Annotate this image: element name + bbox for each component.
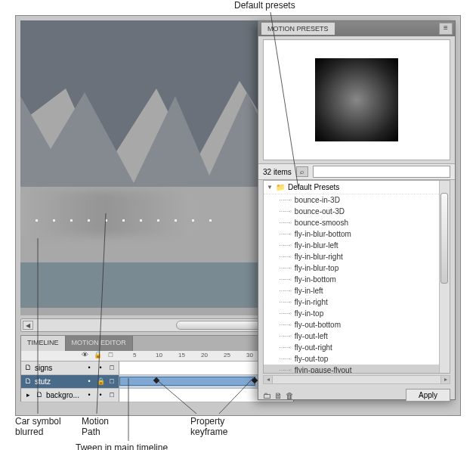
callout-motion-path: Motion Path: [82, 416, 109, 437]
list-scroll-thumb[interactable]: [440, 193, 448, 284]
list-h-scrollbar[interactable]: ◂ ▸: [263, 375, 450, 384]
preset-label: flyin-pause-flyout: [295, 366, 352, 374]
preset-icon: ⋯⋯◦: [279, 367, 291, 374]
preset-label: bounce-out-3D: [295, 207, 345, 216]
preset-item[interactable]: ⋯⋯◦flyin-pause-flyout: [264, 365, 450, 374]
preset-icon: ⋯⋯◦: [279, 219, 291, 226]
preset-icon: ⋯⋯◦: [279, 242, 291, 249]
search-input[interactable]: [313, 166, 450, 178]
preset-item[interactable]: ⋯⋯◦fly-out-bottom: [264, 319, 450, 331]
search-row: 32 items ⌕: [258, 163, 455, 180]
timeline-header: 👁 🔒 □ 5 10 15 20 25 30 35: [21, 351, 293, 362]
svg-marker-1: [20, 92, 285, 187]
preset-item[interactable]: ⋯⋯◦fly-out-top: [264, 353, 450, 365]
callout-tween: Tween in main timeline: [76, 442, 168, 450]
layer-name: backgro...: [46, 391, 79, 399]
layer-icon: 🗋: [23, 377, 32, 386]
app-frame: ◀ ▶ TIMELINE MOTION EDITOR 👁 🔒 □ 5 10 15…: [15, 15, 461, 416]
layer-name: signs: [35, 364, 52, 372]
folder-default-presets[interactable]: ▼ 📁 Default Presets: [264, 181, 450, 194]
outline-icon[interactable]: □: [107, 351, 115, 359]
tab-timeline[interactable]: TIMELINE: [21, 336, 66, 351]
delete-icon[interactable]: 🗑: [286, 391, 294, 400]
preset-icon: ⋯⋯◦: [279, 197, 291, 203]
layer-row-background[interactable]: ▸ 🗋 backgro... • • □: [21, 389, 293, 402]
dot-icon[interactable]: •: [96, 364, 105, 373]
callout-prop-kf: Property keyframe: [190, 416, 227, 437]
preview-graphic: [315, 58, 398, 141]
tab-motion-editor[interactable]: MOTION EDITOR: [66, 336, 133, 351]
preset-item[interactable]: ⋯⋯◦fly-in-blur-bottom: [264, 228, 450, 240]
preset-item[interactable]: ⋯⋯◦fly-out-right: [264, 342, 450, 353]
folder-expand-icon[interactable]: ▸: [23, 391, 32, 400]
dot-icon[interactable]: •: [85, 364, 94, 373]
new-folder-icon[interactable]: 🗀: [263, 391, 271, 400]
preset-icon: ⋯⋯◦: [279, 231, 291, 237]
callout-default-presets: Default presets: [234, 0, 295, 11]
preset-icon: ⋯⋯◦: [279, 287, 291, 294]
motion-presets-panel: MOTION PRESETS ≡ 32 items ⌕ ▼ 📁 Default …: [258, 20, 456, 400]
preset-label: bounce-in-3D: [295, 196, 340, 204]
preset-icon: ⋯⋯◦: [279, 276, 291, 283]
preset-item[interactable]: ⋯⋯◦bounce-out-3D: [264, 206, 450, 217]
preset-item[interactable]: ⋯⋯◦fly-out-left: [264, 331, 450, 342]
scroll-thumb[interactable]: [176, 321, 267, 330]
preset-item[interactable]: ⋯⋯◦bounce-in-3D: [264, 194, 450, 206]
timeline-panel: TIMELINE MOTION EDITOR 👁 🔒 □ 5 10 15 20 …: [20, 335, 294, 402]
preset-label: fly-in-left: [295, 287, 323, 295]
timeline-tabs: TIMELINE MOTION EDITOR: [21, 336, 293, 351]
preset-item[interactable]: ⋯⋯◦fly-in-blur-right: [264, 251, 450, 262]
preset-item[interactable]: ⋯⋯◦bounce-smoosh: [264, 217, 450, 228]
preset-label: fly-out-top: [295, 355, 328, 363]
layer-row-stutz[interactable]: 🗋 stutz • 🔒 □: [21, 375, 293, 389]
save-preset-icon[interactable]: 🗎: [274, 391, 283, 400]
preset-label: fly-in-top: [295, 309, 323, 318]
panel-footer: 🗀 🗎 🗑 Apply: [258, 386, 455, 404]
layer-row-signs[interactable]: 🗋 signs • • □: [21, 362, 293, 375]
panel-title[interactable]: MOTION PRESETS: [261, 23, 335, 35]
stage-h-scrollbar[interactable]: ◀ ▶: [20, 318, 285, 332]
preset-icon: ⋯⋯◦: [279, 321, 291, 328]
search-icon[interactable]: ⌕: [296, 166, 308, 177]
preset-icon: ⋯⋯◦: [279, 265, 291, 272]
motion-path[interactable]: [36, 213, 277, 215]
dot-icon[interactable]: •: [85, 377, 94, 386]
stage-canvas: [20, 20, 285, 315]
preset-item[interactable]: ⋯⋯◦fly-in-left: [264, 285, 450, 296]
outline-box-icon[interactable]: □: [107, 391, 116, 400]
preset-label: fly-out-right: [295, 343, 332, 352]
scroll-right-icon[interactable]: ▸: [440, 376, 450, 383]
preset-item[interactable]: ⋯⋯◦fly-in-right: [264, 296, 450, 308]
scroll-left-icon[interactable]: ◀: [23, 321, 33, 330]
outline-box-icon[interactable]: □: [107, 377, 116, 386]
callout-car-blur: Car symbol blurred: [15, 416, 61, 437]
layer-name: stutz: [35, 377, 51, 386]
preset-label: fly-out-left: [295, 332, 328, 340]
preset-label: fly-in-blur-top: [295, 264, 338, 272]
preset-icon: ⋯⋯◦: [279, 333, 291, 340]
dot-icon[interactable]: •: [85, 391, 94, 400]
apply-button[interactable]: Apply: [406, 389, 450, 402]
preset-icon: ⋯⋯◦: [279, 253, 291, 260]
lock-icon[interactable]: 🔒: [94, 351, 102, 359]
lock-closed-icon[interactable]: 🔒: [96, 377, 105, 386]
list-v-scrollbar[interactable]: [439, 181, 450, 373]
preset-label: fly-out-bottom: [295, 321, 341, 329]
folder-label: Default Presets: [288, 183, 339, 191]
panel-menu-icon[interactable]: ≡: [439, 23, 453, 35]
preset-item[interactable]: ⋯⋯◦fly-in-blur-top: [264, 262, 450, 274]
preset-label: fly-in-blur-left: [295, 241, 338, 250]
preset-item[interactable]: ⋯⋯◦fly-in-top: [264, 308, 450, 319]
folder-icon: 📁: [276, 183, 285, 191]
preset-item[interactable]: ⋯⋯◦fly-in-blur-left: [264, 240, 450, 251]
preset-label: fly-in-blur-right: [295, 253, 343, 261]
tween-span[interactable]: [119, 377, 255, 386]
eye-icon[interactable]: 👁: [81, 351, 89, 359]
outline-box-icon[interactable]: □: [107, 364, 116, 373]
chevron-down-icon[interactable]: ▼: [267, 184, 273, 191]
scroll-left-icon[interactable]: ◂: [264, 376, 273, 383]
preset-icon: ⋯⋯◦: [279, 208, 291, 215]
dot-icon[interactable]: •: [96, 391, 105, 400]
preset-item[interactable]: ⋯⋯◦fly-in-bottom: [264, 274, 450, 285]
panel-header[interactable]: MOTION PRESETS ≡: [258, 21, 455, 36]
